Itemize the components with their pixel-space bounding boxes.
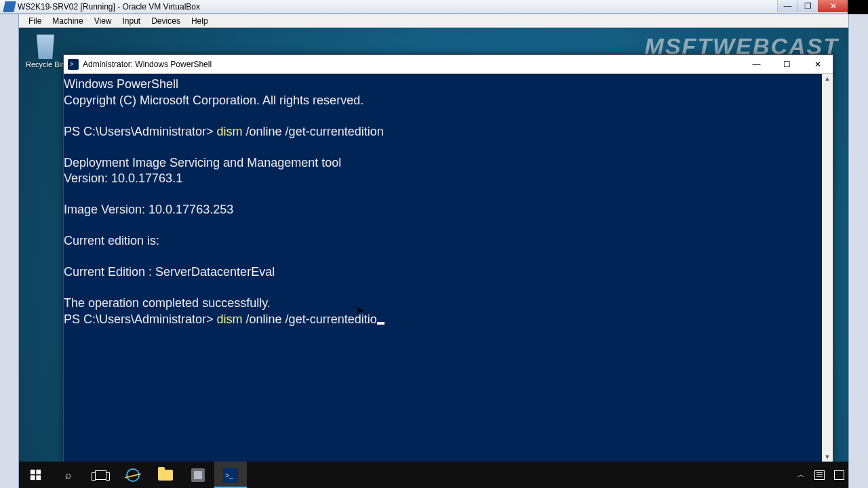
ps-minimize-button[interactable]: —: [741, 55, 772, 74]
ps-output: Current Edition : ServerDatacenterEval: [64, 265, 275, 279]
ps-prompt: PS C:\Users\Administrator>: [64, 312, 217, 326]
file-explorer-icon: [158, 470, 173, 481]
recycle-bin-icon: [34, 32, 57, 59]
network-icon[interactable]: [814, 470, 825, 480]
powershell-titlebar[interactable]: Administrator: Windows PowerShell — ☐ ✕: [64, 55, 833, 74]
system-tray: ︿: [797, 462, 848, 488]
server-manager-icon: [191, 468, 205, 482]
virtualbox-titlebar[interactable]: WS2K19-SRV02 [Running] - Oracle VM Virtu…: [0, 0, 848, 14]
ps-args: /online /get-currentedition: [243, 125, 384, 138]
ps-close-button[interactable]: ✕: [802, 55, 833, 74]
task-view-icon: [95, 470, 106, 480]
host-maximize-button[interactable]: ❐: [797, 0, 818, 12]
ps-maximize-button[interactable]: ☐: [772, 55, 802, 74]
ps-output: Deployment Image Servicing and Managemen…: [64, 156, 341, 169]
virtualbox-window-title: WS2K19-SRV02 [Running] - Oracle VM Virtu…: [18, 2, 200, 12]
svg-rect-1: [36, 470, 41, 474]
virtualbox-menubar: File Machine View Input Devices Help: [19, 14, 848, 28]
start-button[interactable]: [19, 462, 52, 488]
menu-input[interactable]: Input: [117, 15, 146, 27]
menu-machine[interactable]: Machine: [47, 15, 88, 27]
menu-devices[interactable]: Devices: [146, 15, 186, 27]
menu-help[interactable]: Help: [186, 15, 214, 27]
action-center-icon[interactable]: [834, 470, 844, 480]
powershell-icon: [68, 59, 79, 70]
host-minimize-button[interactable]: —: [777, 0, 797, 12]
taskbar-explorer-button[interactable]: [149, 462, 182, 488]
ps-command: dism: [217, 125, 243, 138]
guest-taskbar: ⌕ ︿: [19, 462, 848, 488]
ps-line: Copyright (C) Microsoft Corporation. All…: [64, 94, 363, 107]
ps-prompt: PS C:\Users\Administrator>: [64, 125, 217, 138]
recycle-bin-label: Recycle Bin: [24, 60, 66, 68]
recycle-bin[interactable]: Recycle Bin: [24, 32, 66, 68]
ps-line: Windows PowerShell: [64, 77, 178, 91]
windows-logo-icon: [30, 469, 41, 481]
ps-output: The operation completed successfully.: [64, 296, 271, 310]
ps-output: Version: 10.0.17763.1: [64, 171, 182, 185]
tray-overflow-button[interactable]: ︿: [797, 470, 805, 480]
host-close-button[interactable]: ✕: [818, 0, 848, 12]
mouse-cursor-icon: ➤: [355, 305, 364, 316]
svg-rect-3: [36, 475, 41, 480]
scroll-up-icon[interactable]: ▲: [822, 74, 833, 85]
guest-desktop[interactable]: MSFTWEBCAST Recycle Bin Administrator: W…: [19, 28, 848, 488]
powershell-scrollbar[interactable]: ▲ ▼: [822, 74, 833, 463]
taskbar-powershell-button[interactable]: [214, 462, 247, 488]
task-view-button[interactable]: [84, 462, 117, 488]
internet-explorer-icon: [126, 468, 140, 482]
taskbar-server-manager-button[interactable]: [182, 462, 214, 488]
virtualbox-icon: [3, 1, 16, 12]
menu-file[interactable]: File: [23, 15, 47, 27]
text-caret: [377, 322, 384, 325]
ps-output: Image Version: 10.0.17763.253: [64, 203, 233, 216]
powershell-taskbar-icon: [223, 468, 238, 483]
host-frame-right: [848, 14, 868, 488]
svg-rect-2: [30, 475, 35, 480]
taskbar-ie-button[interactable]: [117, 462, 149, 488]
powershell-window-title: Administrator: Windows PowerShell: [83, 60, 212, 69]
ps-command: dism: [217, 312, 243, 326]
taskbar-search-button[interactable]: ⌕: [52, 462, 84, 488]
powershell-console[interactable]: Windows PowerShell Copyright (C) Microso…: [64, 74, 822, 463]
powershell-window: Administrator: Windows PowerShell — ☐ ✕ …: [63, 54, 833, 464]
svg-rect-0: [30, 470, 35, 474]
host-frame-left: [0, 14, 19, 488]
search-icon: ⌕: [65, 469, 71, 481]
scroll-track[interactable]: [822, 85, 833, 452]
ps-output: Current edition is:: [64, 234, 159, 247]
menu-view[interactable]: View: [89, 15, 117, 27]
